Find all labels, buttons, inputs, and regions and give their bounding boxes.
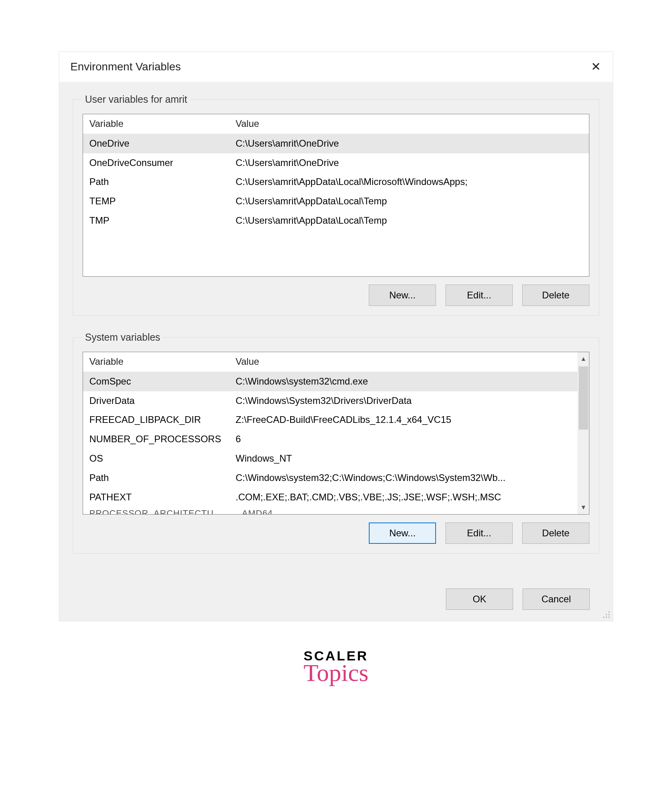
table-row[interactable]: PathC:\Windows\system32;C:\Windows;C:\Wi…: [83, 468, 578, 488]
cell-variable: OneDrive: [86, 138, 236, 149]
system-variables-group: System variables Variable Value ComSpecC…: [73, 332, 599, 554]
system-delete-button[interactable]: Delete: [522, 522, 589, 544]
cell-variable: NUMBER_OF_PROCESSORS: [86, 434, 236, 445]
system-button-row: New... Edit... Delete: [83, 522, 589, 544]
cell-variable: FREECAD_LIBPACK_DIR: [86, 414, 236, 426]
cell-value: 6: [236, 434, 574, 445]
table-row[interactable]: OneDriveC:\Users\amrit\OneDrive: [83, 134, 589, 153]
table-row[interactable]: OneDriveConsumerC:\Users\amrit\OneDrive: [83, 153, 589, 173]
cell-variable: PATHEXT: [86, 492, 236, 503]
svg-point-1: [606, 614, 607, 615]
user-header-variable[interactable]: Variable: [86, 118, 236, 130]
scroll-thumb[interactable]: [579, 366, 588, 430]
cell-value: C:\Windows\System32\Drivers\DriverData: [236, 395, 574, 407]
system-header-value[interactable]: Value: [236, 356, 574, 368]
cell-value: C:\Users\amrit\OneDrive: [236, 138, 586, 149]
dialog-button-row: OK Cancel: [59, 577, 613, 621]
cancel-button[interactable]: Cancel: [523, 588, 590, 610]
system-variables-list[interactable]: Variable Value ComSpecC:\Windows\system3…: [83, 352, 589, 515]
cell-variable: OneDriveConsumer: [86, 157, 236, 169]
titlebar: Environment Variables ✕: [59, 52, 613, 82]
system-new-button[interactable]: New...: [369, 522, 436, 544]
user-button-row: New... Edit... Delete: [83, 285, 589, 306]
partial-val: AMD64: [236, 507, 574, 514]
resize-grip-icon[interactable]: [602, 611, 610, 619]
table-row[interactable]: TMPC:\Users\amrit\AppData\Local\Temp: [83, 211, 589, 230]
table-row[interactable]: NUMBER_OF_PROCESSORS6: [83, 430, 578, 449]
environment-variables-dialog: Environment Variables ✕ User variables f…: [59, 51, 613, 621]
table-row[interactable]: PathC:\Users\amrit\AppData\Local\Microso…: [83, 172, 589, 192]
user-edit-button[interactable]: Edit...: [445, 285, 513, 306]
cell-variable: Path: [86, 176, 236, 188]
cell-value: C:\Users\amrit\AppData\Local\Temp: [236, 196, 586, 207]
cell-variable: TMP: [86, 215, 236, 226]
user-new-button[interactable]: New...: [369, 285, 436, 306]
branding-sub: Topics: [304, 660, 368, 686]
cell-variable: DriverData: [86, 395, 236, 407]
system-list-header: Variable Value: [83, 352, 578, 372]
table-row[interactable]: PATHEXT.COM;.EXE;.BAT;.CMD;.VBS;.VBE;.JS…: [83, 488, 578, 507]
branding-logo: SCALER Topics: [304, 649, 368, 686]
table-row-partial[interactable]: PROCESSOR_ARCHITECTU AMD64: [83, 507, 578, 514]
user-delete-button[interactable]: Delete: [522, 285, 589, 306]
dialog-content: User variables for amrit Variable Value …: [59, 82, 613, 577]
cell-value: Z:\FreeCAD-Build\FreeCADLibs_12.1.4_x64_…: [236, 414, 574, 426]
svg-point-4: [606, 617, 607, 618]
cell-value: C:\Users\amrit\OneDrive: [236, 157, 586, 169]
cell-variable: Path: [86, 472, 236, 484]
user-list-header: Variable Value: [83, 114, 589, 134]
system-variables-legend: System variables: [83, 332, 162, 343]
table-row[interactable]: FREECAD_LIBPACK_DIRZ:\FreeCAD-Build\Free…: [83, 410, 578, 430]
scroll-track[interactable]: [578, 366, 589, 501]
system-edit-button[interactable]: Edit...: [445, 522, 513, 544]
close-button[interactable]: ✕: [587, 59, 605, 74]
scroll-down-icon[interactable]: ▼: [578, 501, 589, 514]
system-scrollbar[interactable]: ▲ ▼: [578, 352, 589, 514]
table-row[interactable]: DriverDataC:\Windows\System32\Drivers\Dr…: [83, 391, 578, 411]
ok-button[interactable]: OK: [446, 588, 513, 610]
svg-point-5: [608, 617, 610, 618]
window-title: Environment Variables: [70, 60, 181, 73]
table-row[interactable]: OSWindows_NT: [83, 449, 578, 468]
partial-var: PROCESSOR_ARCHITECTU: [86, 507, 236, 514]
user-variables-group: User variables for amrit Variable Value …: [73, 94, 599, 316]
svg-point-2: [608, 614, 610, 615]
cell-value: C:\Users\amrit\AppData\Local\Microsoft\W…: [236, 176, 586, 188]
cell-variable: TEMP: [86, 196, 236, 207]
user-header-value[interactable]: Value: [236, 118, 586, 130]
system-header-variable[interactable]: Variable: [86, 356, 236, 368]
table-row[interactable]: TEMPC:\Users\amrit\AppData\Local\Temp: [83, 192, 589, 211]
cell-value: Windows_NT: [236, 453, 574, 464]
user-variables-list[interactable]: Variable Value OneDriveC:\Users\amrit\On…: [83, 114, 589, 277]
cell-value: C:\Windows\system32\cmd.exe: [236, 376, 574, 387]
table-row[interactable]: ComSpecC:\Windows\system32\cmd.exe: [83, 372, 578, 391]
cell-variable: OS: [86, 453, 236, 464]
cell-value: C:\Users\amrit\AppData\Local\Temp: [236, 215, 586, 226]
user-variables-legend: User variables for amrit: [83, 94, 189, 105]
cell-variable: ComSpec: [86, 376, 236, 387]
cell-value: .COM;.EXE;.BAT;.CMD;.VBS;.VBE;.JS;.JSE;.…: [236, 492, 574, 503]
scroll-up-icon[interactable]: ▲: [578, 352, 589, 366]
svg-point-0: [608, 611, 610, 613]
svg-point-3: [603, 617, 604, 618]
cell-value: C:\Windows\system32;C:\Windows;C:\Window…: [236, 472, 574, 484]
